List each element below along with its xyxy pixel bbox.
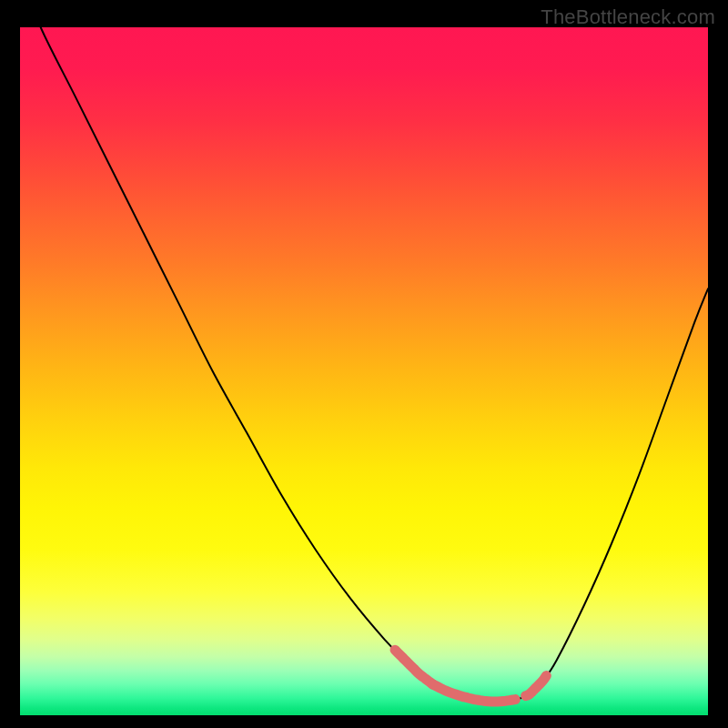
curve-line xyxy=(20,27,708,702)
plot-area xyxy=(20,27,708,715)
chart-stage: TheBottleneck.com xyxy=(0,0,728,728)
highlight-segment-left xyxy=(395,650,433,684)
highlight-segment-right xyxy=(526,676,547,696)
bottleneck-curve xyxy=(20,27,708,715)
watermark-text: TheBottleneck.com xyxy=(541,5,715,29)
highlight-segment-middle xyxy=(433,684,516,702)
